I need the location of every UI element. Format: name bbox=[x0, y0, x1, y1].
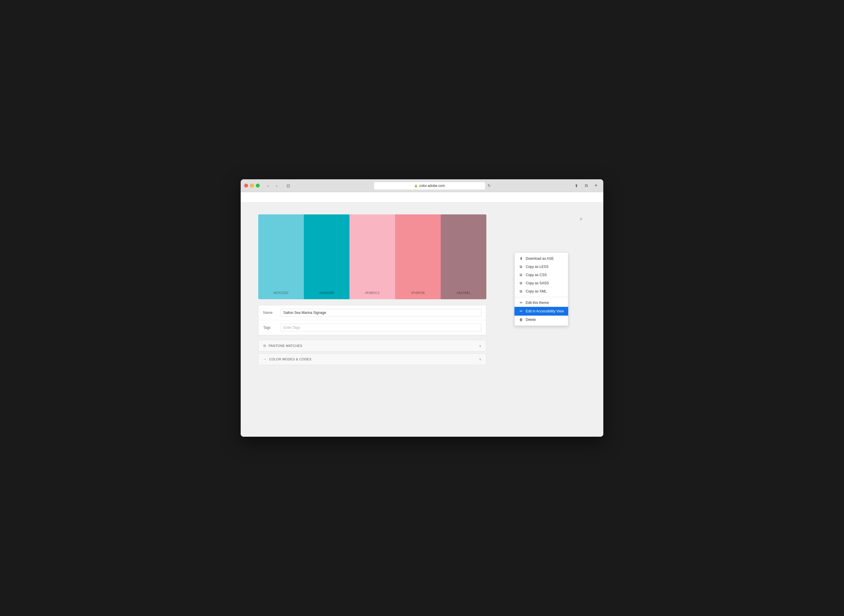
browser-content: #67CCDC #00ADBB #FAB5C3 #F48F98 #A47881 bbox=[241, 192, 603, 437]
menu-item-copy-css[interactable]: ⧉ Copy as CSS bbox=[515, 271, 568, 279]
color-modes-header-left: ↔ COLOR MODES & CODES bbox=[263, 357, 311, 361]
menu-item-delete-label: Delete bbox=[526, 318, 536, 322]
menu-item-accessibility-view[interactable]: ✏ Edit in Accessibility View bbox=[514, 307, 569, 315]
swatch-label-4: #F48F98 bbox=[411, 291, 425, 295]
pantone-accordion-header[interactable]: ⊞ PANTONE MATCHES ∨ bbox=[258, 340, 486, 351]
pantone-label: PANTONE MATCHES bbox=[269, 344, 303, 348]
tags-row: Tags bbox=[258, 320, 486, 335]
palette-container: #67CCDC #00ADBB #FAB5C3 #F48F98 #A47881 bbox=[258, 214, 586, 299]
pantone-header-left: ⊞ PANTONE MATCHES bbox=[263, 344, 302, 348]
refresh-button[interactable]: ↻ bbox=[488, 183, 491, 188]
color-swatch-4[interactable]: #F48F98 bbox=[395, 214, 441, 299]
traffic-lights bbox=[244, 184, 260, 188]
trash-icon: 🗑 bbox=[519, 318, 523, 322]
download-icon: ⬇ bbox=[519, 257, 523, 261]
accessibility-icon: ✏ bbox=[519, 309, 523, 313]
close-window-button[interactable] bbox=[244, 184, 248, 188]
tags-input[interactable] bbox=[281, 324, 481, 331]
copy-icon-less: ⧉ bbox=[519, 265, 523, 269]
name-label: Name bbox=[263, 311, 281, 315]
menu-item-edit-theme[interactable]: ✏ Edit this theme bbox=[515, 299, 568, 307]
copy-icon-sass: ⧉ bbox=[519, 281, 523, 285]
context-menu: ⬇ Download as ASE ⧉ Copy as LESS ⧉ Copy … bbox=[514, 252, 569, 326]
info-section: Name Tags bbox=[258, 305, 486, 335]
copy-icon-css: ⧉ bbox=[519, 273, 523, 277]
pantone-accordion: ⊞ PANTONE MATCHES ∨ bbox=[258, 340, 486, 352]
menu-item-delete[interactable]: 🗑 Delete bbox=[515, 315, 568, 324]
color-swatch-1[interactable]: #67CCDC bbox=[258, 214, 304, 299]
title-bar: ‹ › ⊡ 🔒 color.adobe.com ↻ ⬆ ⧉ + bbox=[241, 179, 603, 192]
sections-wrapper: ⊞ PANTONE MATCHES ∨ ↔ COLOR MODES & CODE… bbox=[258, 340, 586, 365]
tab-overview-button[interactable]: ⧉ bbox=[582, 182, 591, 189]
address-bar-container: 🔒 color.adobe.com ↻ bbox=[295, 182, 570, 189]
color-modes-chevron-icon: ∨ bbox=[479, 358, 482, 361]
color-swatch-5[interactable]: #A47881 bbox=[441, 214, 486, 299]
tags-label: Tags bbox=[263, 326, 281, 330]
share-button[interactable]: ⬆ bbox=[572, 182, 580, 189]
edit-icon: ✏ bbox=[519, 301, 523, 305]
menu-item-accessibility-view-label: Edit in Accessibility View bbox=[526, 309, 564, 313]
menu-item-copy-sass-label: Copy as SASS bbox=[526, 281, 549, 285]
swatch-label-5: #A47881 bbox=[457, 291, 470, 295]
back-button[interactable]: ‹ bbox=[264, 183, 272, 189]
color-swatch-2[interactable]: #00ADBB bbox=[304, 214, 349, 299]
new-tab-button[interactable]: + bbox=[592, 182, 600, 189]
menu-item-copy-xml[interactable]: ⧉ Copy as XML bbox=[515, 287, 568, 295]
forward-button[interactable]: › bbox=[273, 183, 281, 189]
close-button[interactable]: × bbox=[576, 214, 586, 224]
name-input[interactable] bbox=[281, 309, 481, 317]
color-modes-icon: ↔ bbox=[263, 357, 267, 361]
color-modes-accordion: ↔ COLOR MODES & CODES ∨ bbox=[258, 353, 486, 365]
menu-item-copy-xml-label: Copy as XML bbox=[526, 289, 547, 293]
pantone-icon: ⊞ bbox=[263, 344, 267, 348]
swatch-label-1: #67CCDC bbox=[273, 291, 289, 295]
url-text: color.adobe.com bbox=[419, 184, 445, 188]
lock-icon: 🔒 bbox=[414, 184, 418, 187]
copy-icon-xml: ⧉ bbox=[519, 289, 523, 293]
sidebar-button[interactable]: ⊡ bbox=[284, 183, 292, 189]
color-modes-accordion-header[interactable]: ↔ COLOR MODES & CODES ∨ bbox=[258, 353, 486, 365]
fullscreen-window-button[interactable] bbox=[256, 184, 260, 188]
address-bar[interactable]: 🔒 color.adobe.com bbox=[374, 182, 485, 189]
menu-item-download-ase-label: Download as ASE bbox=[526, 257, 554, 261]
menu-item-edit-theme-label: Edit this theme bbox=[526, 301, 549, 305]
color-swatches: #67CCDC #00ADBB #FAB5C3 #F48F98 #A47881 bbox=[258, 214, 486, 299]
color-modes-label: COLOR MODES & CODES bbox=[270, 358, 312, 361]
pantone-chevron-icon: ∨ bbox=[479, 344, 482, 348]
toolbar-right: ⬆ ⧉ + bbox=[572, 182, 600, 189]
nav-buttons: ‹ › bbox=[264, 183, 281, 189]
menu-item-copy-less[interactable]: ⧉ Copy as LESS bbox=[515, 263, 568, 271]
color-swatch-3[interactable]: #FAB5C3 bbox=[349, 214, 395, 299]
menu-item-copy-css-label: Copy as CSS bbox=[526, 273, 547, 277]
swatch-label-2: #00ADBB bbox=[319, 291, 334, 295]
name-row: Name bbox=[258, 305, 486, 320]
minimize-window-button[interactable] bbox=[250, 184, 254, 188]
main-content: #67CCDC #00ADBB #FAB5C3 #F48F98 #A47881 bbox=[241, 203, 603, 378]
menu-item-download-ase[interactable]: ⬇ Download as ASE bbox=[515, 254, 568, 263]
swatch-label-3: #FAB5C3 bbox=[365, 291, 379, 295]
site-nav bbox=[241, 192, 603, 203]
menu-divider bbox=[515, 297, 568, 297]
menu-item-copy-less-label: Copy as LESS bbox=[526, 265, 549, 269]
menu-item-copy-sass[interactable]: ⧉ Copy as SASS bbox=[515, 279, 568, 287]
browser-window: ‹ › ⊡ 🔒 color.adobe.com ↻ ⬆ ⧉ + bbox=[241, 179, 603, 437]
